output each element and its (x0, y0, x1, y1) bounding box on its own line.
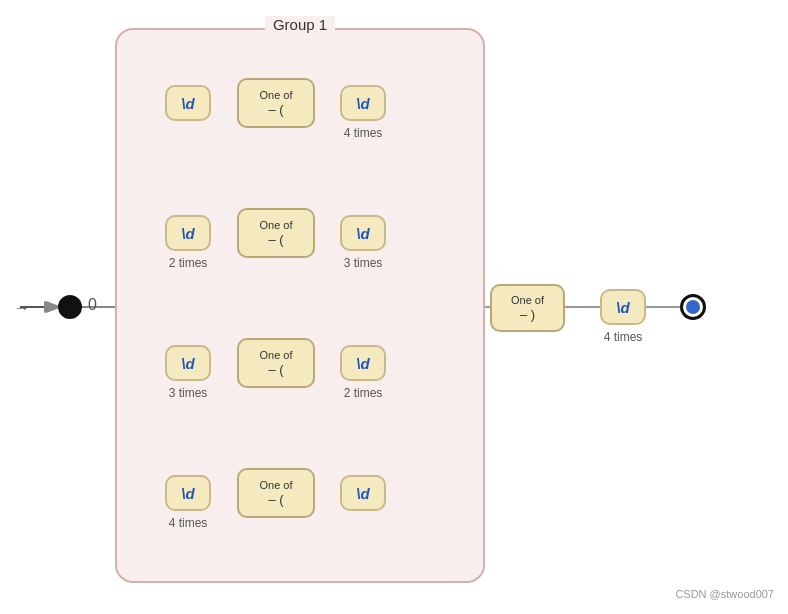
end-node (680, 294, 706, 320)
row1-digit-right: \d (340, 85, 386, 121)
right-digit: \d (600, 289, 646, 325)
row4-digit-right: \d (340, 475, 386, 511)
row4-oneof: One of – ( (237, 468, 315, 518)
end-node-inner (686, 300, 700, 314)
row3-times-right: 2 times (340, 386, 386, 400)
row2-oneof: One of – ( (237, 208, 315, 258)
row4-digit-left: \d (165, 475, 211, 511)
right-times: 4 times (600, 330, 646, 344)
start-node (58, 295, 82, 319)
row3-oneof: One of – ( (237, 338, 315, 388)
right-oneof: One of – ) (490, 284, 565, 332)
row1-oneof: One of – ( (237, 78, 315, 128)
group-label: Group 1 (265, 16, 335, 33)
start-arrow: → (14, 299, 30, 317)
row2-times-left: 2 times (165, 256, 211, 270)
row1-times-right: 4 times (340, 126, 386, 140)
row2-digit-right: \d (340, 215, 386, 251)
row2-times-right: 3 times (340, 256, 386, 270)
row4-times-left: 4 times (165, 516, 211, 530)
watermark: CSDN @stwood007 (675, 588, 774, 600)
main-canvas: → 0 Group 1 \d One of – ( \d 4 times \d … (0, 0, 788, 614)
row3-digit-left: \d (165, 345, 211, 381)
row2-digit-left: \d (165, 215, 211, 251)
row3-times-left: 3 times (165, 386, 211, 400)
zero-label: 0 (88, 296, 97, 314)
row3-digit-right: \d (340, 345, 386, 381)
row1-digit-left: \d (165, 85, 211, 121)
